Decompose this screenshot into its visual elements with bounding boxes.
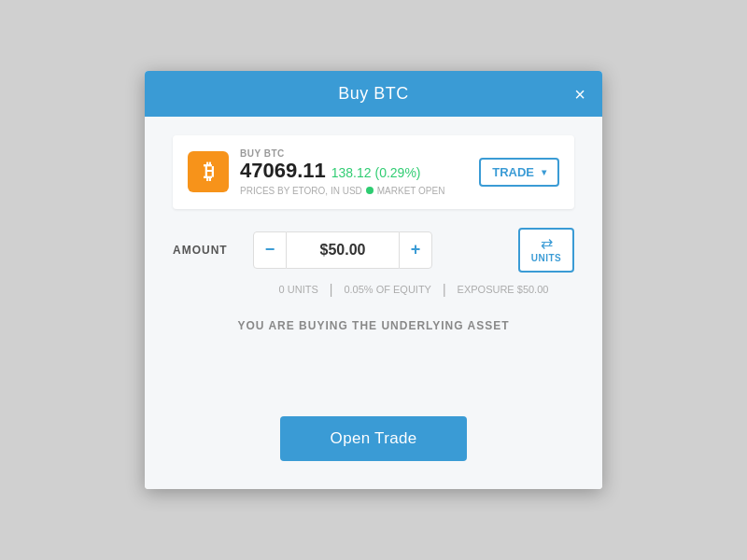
meta-equity: 0.05% OF EQUITY <box>344 284 431 295</box>
amount-label: AMOUNT <box>173 244 238 257</box>
btc-icon: ₿ <box>188 151 229 192</box>
divider-2: | <box>443 282 446 297</box>
asset-info: BUY BTC 47069.11 138.12 (0.29%) PRICES B… <box>240 148 444 195</box>
asset-row: ₿ BUY BTC 47069.11 138.12 (0.29%) PRICES… <box>173 135 574 208</box>
trade-dropdown-label: TRADE <box>492 165 534 179</box>
units-toggle-button[interactable]: ⇄ UNITS <box>518 228 574 273</box>
minus-button[interactable]: − <box>253 231 287 269</box>
swap-icon: ⇄ <box>541 236 553 251</box>
open-trade-button[interactable]: Open Trade <box>280 416 467 461</box>
plus-button[interactable]: + <box>399 231 432 269</box>
amount-input[interactable] <box>287 231 399 269</box>
close-button[interactable]: × <box>574 85 585 104</box>
asset-left: ₿ BUY BTC 47069.11 138.12 (0.29%) PRICES… <box>188 148 444 195</box>
meta-provider: PRICES BY ETORO, IN USD <box>240 186 362 196</box>
asset-price-row: 47069.11 138.12 (0.29%) <box>240 159 444 183</box>
chevron-down-icon: ▾ <box>542 167 546 177</box>
underlying-asset-message: YOU ARE BUYING THE UNDERLYING ASSET <box>173 319 574 332</box>
modal-title: Buy BTC <box>338 84 409 104</box>
asset-label: BUY BTC <box>240 148 444 159</box>
amount-meta: 0 UNITS | 0.05% OF EQUITY | EXPOSURE $50… <box>173 282 574 297</box>
asset-change: 138.12 (0.29%) <box>331 165 421 180</box>
market-open-dot <box>366 187 374 194</box>
divider-1: | <box>330 282 333 297</box>
modal-header: Buy BTC × <box>145 71 602 117</box>
market-status: MARKET OPEN <box>377 186 445 196</box>
asset-meta: PRICES BY ETORO, IN USD MARKET OPEN <box>240 186 444 196</box>
amount-row: AMOUNT − + ⇄ UNITS <box>173 228 574 273</box>
buy-btc-modal: Buy BTC × ₿ BUY BTC 47069.11 138.12 (0.2… <box>145 71 602 488</box>
modal-body: ₿ BUY BTC 47069.11 138.12 (0.29%) PRICES… <box>145 117 602 488</box>
amount-controls: − + <box>253 231 503 269</box>
meta-units: 0 UNITS <box>279 284 318 295</box>
meta-exposure: EXPOSURE $50.00 <box>458 284 549 295</box>
trade-dropdown[interactable]: TRADE ▾ <box>479 158 559 187</box>
spacer <box>173 360 574 416</box>
units-label: UNITS <box>531 253 562 263</box>
asset-price: 47069.11 <box>240 159 326 183</box>
